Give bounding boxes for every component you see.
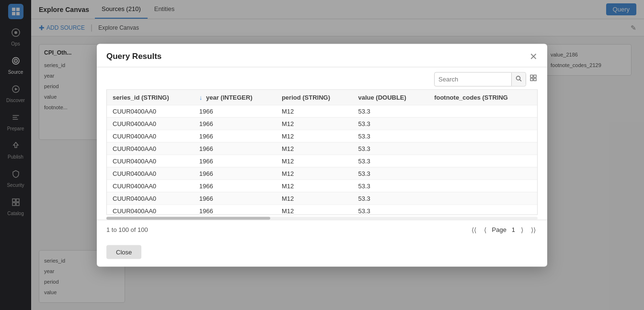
table-row: CUUR0400AA01966M1253.3 (107, 142, 537, 155)
cell-footnote_codes (428, 130, 537, 142)
cell-year: 1966 (194, 105, 276, 117)
svg-line-16 (520, 80, 522, 81)
sort-down-icon: ↓ (199, 93, 203, 101)
table-scroll[interactable]: series_id (STRING) ↓ year (INTEGER) peri… (107, 90, 537, 214)
prev-page-button[interactable]: ⟨ (482, 225, 488, 234)
search-icon-button[interactable] (511, 72, 526, 86)
table-header-row: series_id (STRING) ↓ year (INTEGER) peri… (107, 90, 537, 105)
cell-year: 1966 (194, 167, 276, 180)
svg-rect-18 (534, 75, 536, 77)
cell-series_id: CUUR0400AA0 (107, 205, 194, 215)
results-table: series_id (STRING) ↓ year (INTEGER) peri… (107, 90, 537, 214)
cell-value: 53.3 (352, 105, 428, 117)
table-row: CUUR0400AA01966M1253.3 (107, 117, 537, 130)
table-row: CUUR0400AA01966M1253.3 (107, 155, 537, 167)
modal-table-wrap: series_id (STRING) ↓ year (INTEGER) peri… (106, 89, 538, 215)
cell-series_id: CUUR0400AA0 (107, 155, 194, 167)
cell-series_id: CUUR0400AA0 (107, 167, 194, 180)
pagination-range: 1 to 100 of 100 (106, 226, 148, 233)
cell-year: 1966 (194, 192, 276, 205)
cell-footnote_codes (428, 205, 537, 215)
table-row: CUUR0400AA01966M1253.3 (107, 180, 537, 192)
cell-value: 53.3 (352, 167, 428, 180)
col-series-id-label: series_id (STRING) (113, 93, 169, 101)
pagination-controls: ⟨⟨ ⟨ Page 1 ⟩ ⟩⟩ (470, 225, 538, 234)
cell-value: 53.3 (352, 117, 428, 130)
col-year-label: year (INTEGER) (206, 93, 253, 101)
cell-value: 53.3 (352, 205, 428, 215)
cell-year: 1966 (194, 130, 276, 142)
cell-value: 53.3 (352, 192, 428, 205)
cell-series_id: CUUR0400AA0 (107, 192, 194, 205)
modal-pagination: 1 to 100 of 100 ⟨⟨ ⟨ Page 1 ⟩ ⟩⟩ (97, 219, 547, 239)
modal-title: Query Results (106, 51, 161, 61)
cell-series_id: CUUR0400AA0 (107, 130, 194, 142)
modal-footer: Close (97, 239, 547, 266)
page-label: Page 1 (492, 226, 515, 233)
modal-search-bar (97, 67, 547, 89)
table-row: CUUR0400AA01966M1253.3 (107, 192, 537, 205)
grid-view-button[interactable] (530, 74, 538, 84)
cell-period: M12 (276, 192, 353, 205)
svg-rect-20 (534, 78, 536, 80)
col-value[interactable]: value (DOUBLE) (352, 90, 428, 105)
col-series-id[interactable]: series_id (STRING) (107, 90, 194, 105)
col-value-label: value (DOUBLE) (358, 93, 406, 101)
hscroll-track (106, 217, 538, 219)
cell-period: M12 (276, 130, 353, 142)
col-footnote[interactable]: footnote_codes (STRING (428, 90, 537, 105)
cell-year: 1966 (194, 142, 276, 155)
cell-value: 53.3 (352, 155, 428, 167)
modal-header: Query Results ✕ (97, 44, 547, 67)
col-footnote-label: footnote_codes (STRING (434, 93, 508, 101)
cell-series_id: CUUR0400AA0 (107, 117, 194, 130)
table-body: CUUR0400AA01966M1253.3CUUR0400AA01966M12… (107, 105, 537, 215)
first-page-button[interactable]: ⟨⟨ (470, 225, 478, 234)
svg-rect-17 (530, 75, 533, 77)
cell-year: 1966 (194, 180, 276, 192)
cell-footnote_codes (428, 155, 537, 167)
cell-value: 53.3 (352, 180, 428, 192)
last-page-button[interactable]: ⟩⟩ (529, 225, 538, 234)
col-period-label: period (STRING) (282, 93, 330, 101)
next-page-button[interactable]: ⟩ (519, 225, 525, 234)
table-row: CUUR0400AA01966M1253.3 (107, 167, 537, 180)
cell-period: M12 (276, 142, 353, 155)
col-year[interactable]: ↓ year (INTEGER) (194, 90, 276, 105)
cell-year: 1966 (194, 155, 276, 167)
col-period[interactable]: period (STRING) (276, 90, 353, 105)
cell-series_id: CUUR0400AA0 (107, 142, 194, 155)
cell-footnote_codes (428, 105, 537, 117)
query-results-modal: Query Results ✕ (97, 44, 547, 266)
svg-rect-19 (530, 78, 533, 80)
cell-year: 1966 (194, 205, 276, 215)
svg-point-15 (517, 76, 520, 80)
table-row: CUUR0400AA01966M1253.3 (107, 105, 537, 117)
table-row: CUUR0400AA01966M1253.3 (107, 130, 537, 142)
cell-series_id: CUUR0400AA0 (107, 180, 194, 192)
cell-period: M12 (276, 167, 353, 180)
close-button[interactable]: Close (106, 245, 141, 259)
cell-footnote_codes (428, 167, 537, 180)
cell-footnote_codes (428, 192, 537, 205)
cell-period: M12 (276, 117, 353, 130)
cell-value: 53.3 (352, 130, 428, 142)
search-input[interactable] (435, 76, 511, 83)
cell-year: 1966 (194, 117, 276, 130)
cell-period: M12 (276, 105, 353, 117)
search-input-wrap (434, 72, 526, 86)
cell-footnote_codes (428, 180, 537, 192)
cell-period: M12 (276, 180, 353, 192)
cell-series_id: CUUR0400AA0 (107, 105, 194, 117)
cell-footnote_codes (428, 117, 537, 130)
cell-footnote_codes (428, 142, 537, 155)
cell-period: M12 (276, 205, 353, 215)
cell-value: 53.3 (352, 142, 428, 155)
table-row: CUUR0400AA01966M1253.3 (107, 205, 537, 215)
modal-close-button[interactable]: ✕ (529, 51, 538, 61)
cell-period: M12 (276, 155, 353, 167)
hscroll-thumb[interactable] (106, 217, 270, 219)
